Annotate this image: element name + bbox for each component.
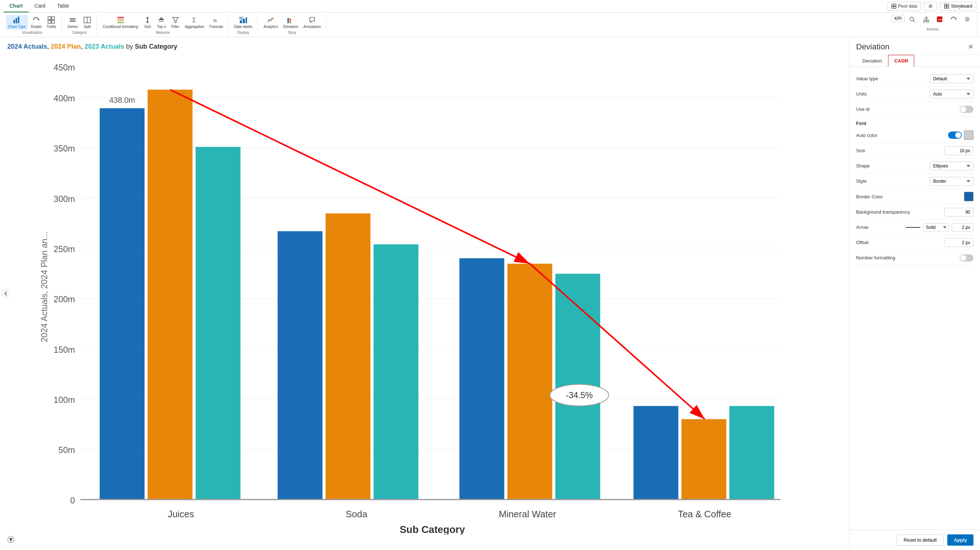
- sort-icon: [143, 16, 151, 24]
- panel-tab-deviation[interactable]: Deviation: [856, 55, 888, 67]
- filter-icon-bottom[interactable]: [7, 536, 14, 544]
- svg-point-40: [927, 20, 929, 22]
- tab-card[interactable]: Card: [29, 0, 51, 12]
- size-input[interactable]: [944, 146, 974, 155]
- analytics-icon: [267, 16, 275, 24]
- title-comma1: ,: [47, 43, 51, 50]
- auto-color-control: [948, 130, 974, 140]
- title-2024-actuals: 2024 Actuals: [7, 43, 47, 50]
- ribbon-btn-filter[interactable]: Filter: [169, 15, 182, 30]
- ribbon-btn-rotate[interactable]: Rotate: [29, 15, 44, 30]
- ribbon-btn-conditional[interactable]: Conditional formatting: [101, 15, 140, 30]
- y-axis-400m: 400m: [54, 94, 75, 103]
- svg-rect-29: [240, 20, 242, 23]
- aggregation-icon: Σ: [191, 16, 199, 24]
- ribbon-btn-aggregation[interactable]: Σ Aggregation: [183, 15, 207, 30]
- ribbon-btn-formula[interactable]: fx Formula: [207, 15, 225, 30]
- panel-tab-cagr[interactable]: CAGR: [888, 55, 914, 67]
- bg-transparency-input[interactable]: [944, 208, 974, 216]
- border-color-label: Border Color: [856, 194, 883, 199]
- use-id-toggle[interactable]: [960, 106, 974, 113]
- panel-footer: Reset to default Apply: [850, 530, 980, 550]
- pivot-data-button[interactable]: Pivot data: [887, 2, 921, 11]
- svg-rect-8: [13, 20, 15, 23]
- auto-color-toggle[interactable]: [948, 132, 962, 139]
- number-formatting-label: Number formatting: [856, 255, 895, 261]
- style-label: Style: [856, 178, 867, 184]
- ribbon-btn-settings[interactable]: [961, 15, 974, 24]
- pivot-data-label: Pivot data: [898, 4, 917, 9]
- ribbon-bar: Chart Type Rotate Trellis Visualization …: [0, 13, 980, 37]
- arrow-control: Solid Dashed Dotted: [906, 223, 974, 232]
- ribbon-btn-data-labels[interactable]: lbl Data labels: [232, 15, 255, 30]
- arrow-size-input[interactable]: [951, 223, 974, 232]
- y-axis-0: 0: [70, 496, 75, 505]
- settings-icon-btn[interactable]: [924, 2, 937, 11]
- ribbon-viz-group-label: Visualization: [22, 30, 42, 35]
- export-icon: PDF: [936, 16, 943, 22]
- formula-icon: fx: [212, 16, 220, 24]
- kpi-button[interactable]: KPI: [891, 15, 905, 22]
- offset-input[interactable]: [944, 238, 974, 247]
- tab-chart[interactable]: Chart: [4, 0, 29, 12]
- bar-juices-actuals2023: [196, 147, 240, 499]
- arrow-style-select[interactable]: Solid Dashed Dotted: [923, 223, 949, 231]
- size-label: Size: [856, 148, 865, 153]
- border-color-swatch[interactable]: [964, 192, 974, 201]
- collapse-panel-button[interactable]: [2, 289, 10, 298]
- pivot-icon: [891, 4, 896, 9]
- y-axis-50m: 50m: [59, 445, 75, 455]
- bar-mineralwater-plan2024: [507, 264, 552, 499]
- x-label-juices: Juices: [168, 509, 194, 519]
- ribbon-btn-topn[interactable]: Top n: [155, 15, 168, 30]
- trellis-icon: [47, 16, 55, 24]
- svg-point-3: [930, 5, 932, 7]
- conditional-formatting-icon: [117, 16, 125, 24]
- value-type-select[interactable]: Default: [930, 75, 974, 83]
- number-formatting-control: [960, 254, 974, 262]
- ribbon-btn-export[interactable]: PDF: [933, 15, 946, 24]
- ribbon-btn-trellis[interactable]: Trellis: [45, 15, 58, 30]
- ribbon-btn-deviation[interactable]: Deviation: [281, 15, 301, 30]
- ribbon-btn-sort[interactable]: Sort: [141, 15, 154, 30]
- units-select[interactable]: Auto: [930, 90, 974, 99]
- ribbon-btn-analytics[interactable]: Analytics: [261, 15, 280, 30]
- panel-title: Deviation: [856, 42, 889, 52]
- ribbon-btn-paint[interactable]: [919, 15, 932, 24]
- bar-soda-actuals2024: [278, 231, 322, 499]
- ribbon-btn-chart-type[interactable]: Chart Type: [6, 15, 28, 30]
- apply-button[interactable]: Apply: [947, 534, 974, 546]
- storyboard-label: Storyboard: [951, 4, 972, 9]
- svg-rect-22: [118, 22, 124, 23]
- title-2023-actuals: 2023 Actuals: [85, 43, 124, 50]
- ribbon-btn-annotation[interactable]: Annotation: [301, 15, 323, 30]
- panel-row-arrow: Arrow Solid Dashed Dotted: [856, 220, 974, 235]
- chart-title: 2024 Actuals, 2024 Plan, 2023 Actuals by…: [7, 43, 842, 51]
- ribbon-btn-series[interactable]: Series: [65, 15, 80, 30]
- ribbon-btn-split[interactable]: Split: [81, 15, 94, 30]
- reset-to-default-button[interactable]: Reset to default: [897, 534, 943, 546]
- panel-row-border-color: Border Color: [856, 189, 974, 205]
- conditional-label: Conditional formatting: [103, 25, 138, 29]
- data-labels-icon: lbl: [239, 16, 247, 24]
- top-right-actions: Pivot data Storyboard: [887, 2, 976, 11]
- panel-close-button[interactable]: ✕: [968, 43, 974, 51]
- ribbon-btn-refresh[interactable]: [947, 15, 960, 24]
- y-axis-100m: 100m: [54, 395, 75, 405]
- offset-label: Offset: [856, 240, 869, 245]
- svg-rect-5: [947, 4, 949, 6]
- number-formatting-toggle[interactable]: [960, 254, 974, 262]
- style-select[interactable]: Border Fill None: [930, 177, 974, 186]
- svg-rect-4: [944, 4, 946, 6]
- shape-label: Shape: [856, 163, 870, 168]
- sort-label: Sort: [144, 25, 151, 29]
- tab-table[interactable]: Table: [51, 0, 75, 12]
- storyboard-button[interactable]: Storyboard: [940, 2, 976, 11]
- shape-select[interactable]: Ellipses Rectangle None: [930, 162, 974, 170]
- ribbon-btn-search[interactable]: [905, 15, 919, 24]
- auto-color-swatch[interactable]: [964, 130, 974, 140]
- panel-tabs: Deviation CAGR: [850, 55, 980, 67]
- svg-rect-24: [159, 19, 164, 20]
- panel-row-value-type: Value type Default: [856, 71, 974, 86]
- chart-container: 0 50m 100m 150m 200m 250m 300m 350m 400m…: [7, 55, 842, 534]
